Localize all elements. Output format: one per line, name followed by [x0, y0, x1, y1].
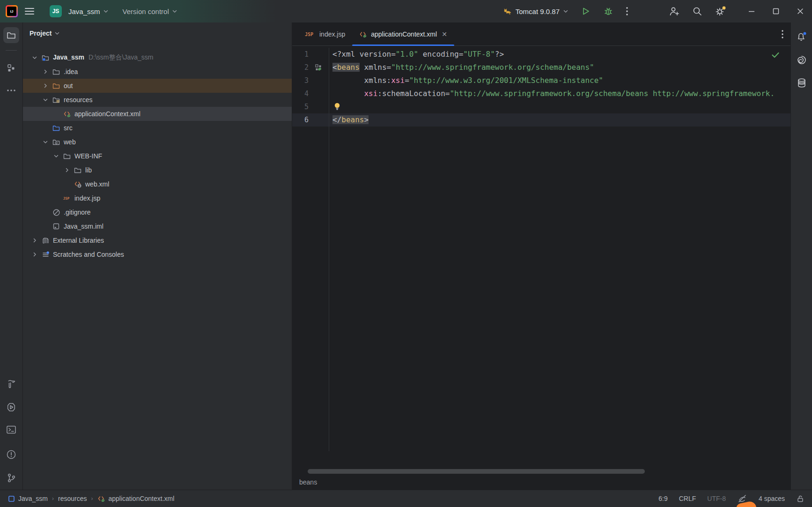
status-breadcrumb-resources[interactable]: resources — [58, 495, 87, 502]
jsp-icon: JSP — [63, 194, 71, 202]
intention-bulb-icon[interactable] — [333, 102, 341, 111]
status-highlighting-level[interactable] — [737, 494, 747, 503]
project-widget[interactable]: Java_ssm — [68, 7, 109, 15]
database-button[interactable] — [797, 78, 807, 89]
tree-item-label: External Libraries — [53, 237, 104, 244]
code-line-2[interactable]: <beans xmlns="http://www.springframework… — [332, 61, 790, 74]
status-breadcrumb-applicationcontext.xml[interactable]: applicationContext.xml — [97, 495, 175, 502]
chevron-right-icon[interactable] — [31, 251, 38, 258]
minimize-button[interactable] — [747, 7, 756, 15]
notifications-button[interactable] — [797, 31, 807, 42]
more-tool-windows-button[interactable] — [3, 82, 19, 98]
horizontal-scrollbar[interactable] — [308, 469, 645, 474]
spring-gutter-icon[interactable] — [315, 64, 322, 71]
breadcrumb-label: applicationContext.xml — [109, 495, 175, 502]
more-actions-button[interactable] — [626, 7, 628, 16]
main-menu-icon[interactable] — [24, 7, 35, 15]
maximize-button[interactable] — [772, 7, 780, 15]
tree-item-external-libraries[interactable]: External Libraries — [23, 233, 292, 247]
line-number-6[interactable]: 6 — [292, 113, 329, 127]
tree-item-.idea[interactable]: .idea — [23, 65, 292, 79]
line-number-3[interactable]: 3 — [292, 74, 329, 87]
build-tool-button[interactable] — [3, 376, 19, 392]
line-number-4[interactable]: 4 — [292, 87, 329, 100]
panel-splitter[interactable] — [292, 22, 292, 490]
tree-item-out[interactable]: out — [23, 79, 292, 93]
problems-tool-button[interactable] — [3, 447, 19, 462]
code-token: xmlns: — [332, 76, 391, 85]
search-everywhere-button[interactable] — [692, 6, 702, 16]
tree-item-web-inf[interactable]: WEB-INF — [23, 149, 292, 163]
version-control-tool-button[interactable] — [3, 470, 19, 486]
code-editor[interactable]: 123456<?xml version="1.0" encoding="UTF-… — [292, 46, 790, 451]
terminal-tool-button[interactable] — [3, 422, 19, 438]
run-button[interactable] — [581, 6, 591, 16]
tree-item-label: Java_ssmD:\ssm整合\Java_ssm — [53, 53, 153, 62]
structure-tool-button[interactable] — [3, 60, 19, 76]
chevron-right-icon[interactable] — [42, 82, 49, 89]
services-tool-button[interactable] — [3, 399, 19, 415]
chevron-down-icon[interactable] — [42, 96, 49, 104]
code-token: "UTF-8" — [463, 50, 495, 59]
tab-index.jsp[interactable]: JSPindex.jsp — [297, 22, 352, 45]
close-button[interactable] — [796, 7, 805, 15]
run-configuration-widget[interactable]: Tomcat 9.0.87 — [503, 7, 568, 15]
tree-item-scratches-and-consoles[interactable]: Scratches and Consoles — [23, 247, 292, 261]
ai-assistant-button[interactable] — [797, 55, 807, 65]
chevron-right-icon[interactable] — [63, 166, 71, 174]
code-line-4[interactable]: xsi:schemaLocation="http://www.springfra… — [332, 87, 790, 100]
status-encoding[interactable]: UTF-8 — [707, 495, 726, 502]
code-line-6[interactable]: </beans> — [332, 113, 790, 127]
code-token: "1.0" — [396, 50, 418, 59]
debug-button[interactable] — [603, 6, 613, 16]
editor-more-options-button[interactable] — [781, 30, 784, 39]
breadcrumb-beans[interactable]: beans — [299, 478, 317, 486]
status-caret-position[interactable]: 6:9 — [658, 495, 667, 502]
line-number-1[interactable]: 1 — [292, 48, 329, 61]
vcs-widget[interactable]: Version control — [123, 7, 177, 15]
project-tool-button[interactable] — [3, 27, 19, 43]
status-bar: Java_ssm›resources›applicationContext.xm… — [0, 490, 812, 507]
status-file-writable[interactable] — [796, 494, 805, 503]
chevron-down-icon — [172, 8, 177, 14]
chevron-down-icon[interactable] — [42, 138, 49, 146]
code-line-5[interactable] — [332, 100, 790, 113]
tree-item-web.xml[interactable]: web.xml — [23, 177, 292, 191]
chevron-down-icon[interactable] — [52, 152, 60, 160]
tree-item-src[interactable]: src — [23, 121, 292, 135]
chevron-right-icon[interactable] — [42, 68, 49, 75]
tree-item-web[interactable]: web — [23, 135, 292, 149]
tree-item-.gitignore[interactable]: .gitignore — [23, 205, 292, 219]
tree-item-lib[interactable]: lib — [23, 163, 292, 177]
code-line-1[interactable]: <?xml version="1.0" encoding="UTF-8"?> — [332, 48, 790, 61]
tree-item-java-ssm.iml[interactable]: Java_ssm.iml — [23, 219, 292, 233]
tree-item-index.jsp[interactable]: JSPindex.jsp — [23, 191, 292, 205]
status-line-separator[interactable]: CRLF — [679, 495, 696, 502]
code-with-me-button[interactable] — [669, 6, 680, 16]
line-number-5[interactable]: 5 — [292, 100, 329, 113]
chevron-right-icon[interactable] — [31, 237, 38, 244]
status-indent-style[interactable]: 4 spaces — [759, 495, 785, 502]
code-token: xsi — [364, 89, 377, 98]
breadcrumb-separator-icon: › — [52, 495, 54, 502]
tree-item-java-ssm[interactable]: Java_ssmD:\ssm整合\Java_ssm — [23, 51, 292, 65]
vcs-label: Version control — [123, 7, 169, 15]
settings-button[interactable] — [715, 6, 727, 17]
editor-tab-bar: JSPindex.jspapplicationContext.xml✕ — [292, 22, 790, 46]
code-token: </ — [332, 115, 341, 124]
code-line-3[interactable]: xmlns:xsi="http://www.w3.org/2001/XMLSch… — [332, 74, 790, 87]
project-badge[interactable]: JS — [50, 5, 62, 17]
tree-item-resources[interactable]: resources — [23, 93, 292, 107]
breadcrumb-label: Java_ssm — [18, 495, 48, 502]
chevron-down-icon[interactable] — [31, 54, 38, 61]
web-xml-icon — [74, 180, 82, 188]
line-number-2[interactable]: 2 — [292, 61, 329, 74]
project-panel-header[interactable]: Project — [30, 30, 60, 37]
inspections-ok-icon[interactable] — [771, 51, 780, 59]
project-name: Java_ssm — [68, 7, 100, 15]
close-tab-icon[interactable]: ✕ — [442, 30, 447, 38]
svg-text:JSP: JSP — [63, 196, 70, 201]
tree-item-applicationcontext.xml[interactable]: applicationContext.xml — [23, 107, 292, 121]
tab-applicationcontext.xml[interactable]: applicationContext.xml✕ — [352, 22, 454, 45]
status-breadcrumb-java-ssm[interactable]: Java_ssm — [8, 495, 48, 502]
